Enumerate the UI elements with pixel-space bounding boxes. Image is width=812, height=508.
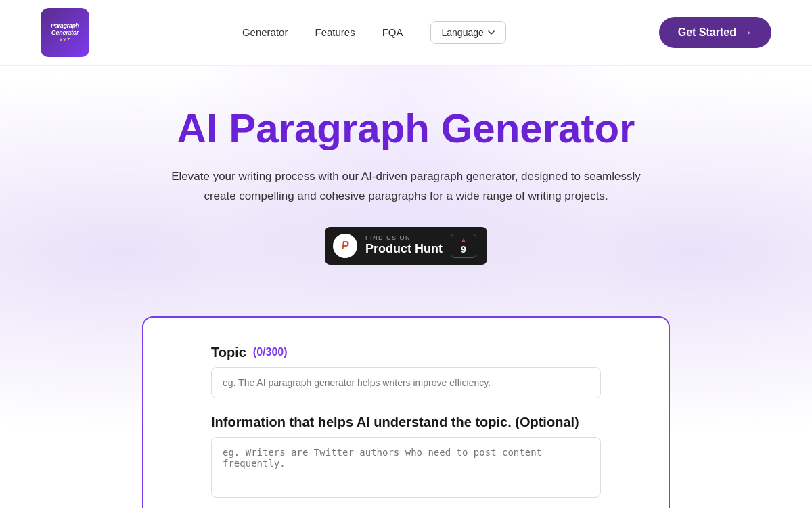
- main-content: AI Paragraph Generator Elevate your writ…: [0, 66, 812, 508]
- logo-text-line2: Generator: [51, 30, 78, 37]
- topic-label-container: Topic (0/300): [211, 345, 601, 360]
- get-started-button[interactable]: Get Started →: [659, 17, 771, 48]
- product-hunt-text: FIND US ON Product Hunt: [365, 235, 443, 257]
- ph-vote-count: 9: [461, 244, 466, 255]
- ph-vote-box[interactable]: ▲ 9: [451, 234, 476, 258]
- language-label: Language: [442, 27, 484, 38]
- form-card: Topic (0/300) Information that helps AI …: [142, 316, 670, 508]
- arrow-right-icon: →: [742, 26, 752, 39]
- ph-product-hunt-label: Product Hunt: [365, 241, 443, 257]
- product-hunt-logo: P: [333, 234, 357, 258]
- nav-links: Generator Features FQA Language: [242, 21, 506, 44]
- chevron-down-icon: [488, 29, 495, 36]
- info-textarea[interactable]: [211, 437, 601, 498]
- topic-input[interactable]: [211, 367, 601, 398]
- get-started-label: Get Started: [678, 26, 736, 39]
- navbar: Paragraph Generator XYZ Generator Featur…: [0, 0, 812, 66]
- nav-link-features[interactable]: Features: [315, 26, 355, 38]
- ph-upvote-icon: ▲: [460, 237, 467, 244]
- nav-link-fqa[interactable]: FQA: [382, 26, 403, 38]
- topic-label: Topic: [211, 345, 246, 360]
- hero-subtitle: Elevate your writing process with our AI…: [162, 167, 650, 207]
- info-label: Information that helps AI understand the…: [211, 415, 601, 430]
- ph-find-us-label: FIND US ON: [365, 235, 411, 241]
- product-hunt-badge[interactable]: P FIND US ON Product Hunt ▲ 9: [325, 227, 487, 265]
- topic-counter: (0/300): [253, 346, 288, 358]
- logo-text-sub: XYZ: [60, 37, 71, 42]
- nav-link-generator[interactable]: Generator: [242, 26, 288, 38]
- language-dropdown[interactable]: Language: [430, 21, 506, 44]
- hero-title: AI Paragraph Generator: [14, 106, 798, 151]
- logo[interactable]: Paragraph Generator XYZ: [41, 8, 89, 57]
